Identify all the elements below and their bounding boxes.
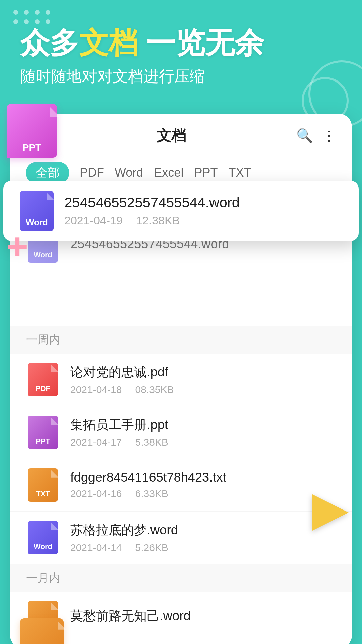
floating-file-info: 254546552557455544.word 2021-04-19 12.38… [64,195,342,227]
table-row[interactable]: TXT fdgger84541165t78h423.txt 2021-04-16… [10,459,352,512]
ppt-deco-label: PPT [23,142,41,153]
floating-file-size: 12.38KB [136,214,180,227]
main-title: 众多文档 一览无余 [20,27,342,59]
pdf-icon: PDF [28,363,58,396]
file-name: 集拓员工手册.ppt [70,416,336,433]
file-info: 莫愁前路无知己.word [70,607,336,628]
floating-file-name: 254546552557455544.word [64,195,342,211]
nav-bar: ‹ 文档 🔍 ⋮ [10,114,352,154]
floating-file-item[interactable]: Word 254546552557455544.word 2021-04-19 … [3,181,359,241]
tab-word[interactable]: Word [115,166,143,180]
file-info: 苏格拉底的梦.word 2021-04-14 5.26KB [70,522,336,553]
title-part1: 众多 [20,26,79,59]
file-name: 莫愁前路无知己.word [70,607,336,625]
top-section: 众多文档 一览无余 随时随地对对文档进行压缩 [0,0,362,114]
file-date: 2021-04-17 [70,437,122,448]
file-meta: 2021-04-16 6.33KB [70,488,336,499]
floating-file-meta: 2021-04-19 12.38KB [64,214,342,227]
floating-icon-label: Word [26,217,48,228]
file-icon-wrapper: Word [26,521,60,554]
more-icon[interactable]: ⋮ [322,128,336,143]
file-size: 6.33KB [135,488,168,499]
nav-icons: 🔍 ⋮ [296,128,336,144]
file-meta: 2021-04-14 5.26KB [70,542,336,553]
file-date: 2021-04-16 [70,488,122,499]
play-decoration [312,494,352,534]
file-icon-wrapper: TXT [26,468,60,502]
icon-label: Word [34,542,52,551]
file-name: fdgger84541165t78h423.txt [70,470,336,485]
tab-excel[interactable]: Excel [154,166,183,180]
tab-txt[interactable]: TXT [228,166,251,180]
search-icon[interactable]: 🔍 [296,128,313,144]
floating-spacer [10,272,352,326]
word-icon-2: Word [28,521,58,554]
tab-pdf[interactable]: PDF [80,166,104,180]
txt-decoration: TXT [20,618,64,644]
ppt-decoration: PPT [7,104,60,161]
subtitle: 随时随地对对文档进行压缩 [20,66,342,87]
phone-card-wrapper: Word 254546552557455544.word 2021-04-19 … [10,114,352,644]
file-meta: 2021-04-18 08.35KB [70,384,336,395]
txt-icon: TXT [28,468,58,502]
file-date: 2021-04-14 [70,542,122,553]
title-part2: 一览无余 [138,26,264,59]
file-icon-wrapper: PPT [26,416,60,449]
file-info: fdgger84541165t78h423.txt 2021-04-16 6.3… [70,470,336,499]
ppt-icon: PPT [28,416,58,449]
file-name: 论对党的忠诚.pdf [70,364,336,381]
file-date: 2021-04-18 [70,384,122,395]
title-highlight: 文档 [79,26,138,59]
table-row[interactable]: Word 苏格拉底的梦.word 2021-04-14 5.26KB [10,512,352,564]
section-week: 一周内 [10,326,352,354]
icon-label: TXT [36,490,50,498]
nav-title: 文档 [46,126,296,146]
file-name: 苏格拉底的梦.word [70,522,336,539]
section-month: 一月内 [10,564,352,592]
tab-ppt[interactable]: PPT [194,166,218,180]
file-info: 集拓员工手册.ppt 2021-04-17 5.38KB [70,416,336,448]
icon-label: Word [34,251,52,259]
file-size: 5.38KB [135,437,168,448]
plus-decoration: + [7,228,28,265]
icon-label: PPT [36,437,50,446]
floating-file-date: 2021-04-19 [64,214,123,227]
table-row[interactable]: PDF 论对党的忠诚.pdf 2021-04-18 08.35KB [10,354,352,406]
icon-label: PDF [36,384,50,393]
file-info: 论对党的忠诚.pdf 2021-04-18 08.35KB [70,364,336,395]
file-size: 08.35KB [135,384,174,395]
file-size: 5.26KB [135,542,168,553]
floating-word-icon: Word [20,191,54,231]
file-icon-wrapper: PDF [26,363,60,396]
table-row[interactable]: PPT 集拓员工手册.ppt 2021-04-17 5.38KB [10,406,352,459]
file-meta: 2021-04-17 5.38KB [70,437,336,448]
floating-file-icon-wrapper: Word [20,194,54,228]
